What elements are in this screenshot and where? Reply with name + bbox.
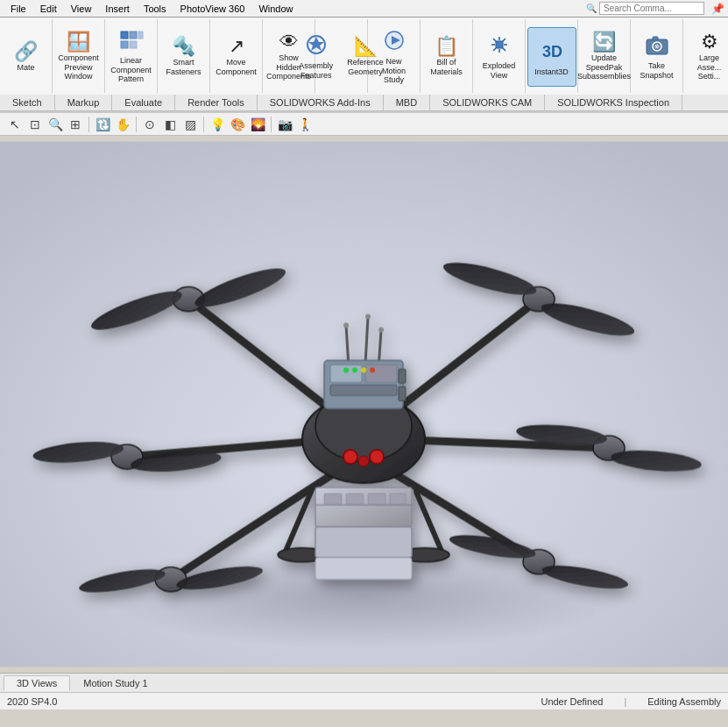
camera-tool[interactable]: 📷	[275, 115, 294, 134]
light-tool[interactable]: 💡	[208, 115, 227, 134]
menu-window[interactable]: Window	[251, 2, 300, 16]
svg-point-57	[343, 450, 357, 464]
svg-text:3D: 3D	[542, 43, 562, 60]
component-preview-button[interactable]: 🪟 ComponentPreviewWindow	[52, 27, 105, 87]
search-bar[interactable]: 🔍	[583, 2, 708, 15]
speedpak-button[interactable]: 🔄 UpdateSpeedPakSubassemblies	[573, 27, 636, 87]
select-tool[interactable]: ↖	[5, 115, 25, 134]
tab-motion-study[interactable]: Motion Study 1	[70, 675, 160, 691]
instant3d-icon: 3D	[539, 38, 565, 66]
menu-bar: File Edit View Insert Tools PhotoView 36…	[0, 0, 728, 18]
move-component-label: MoveComponent	[216, 58, 257, 77]
large-assembly-button[interactable]: ⚙ LargeAsse...Setti...	[689, 27, 729, 87]
ribbon-group-instant3d: 3D Instant3D	[526, 19, 578, 93]
menu-photoview[interactable]: PhotoView 360	[173, 2, 252, 16]
ribbon-group-snapshot: Take Snapshot	[631, 19, 683, 93]
bom-button[interactable]: 📋 Bill ofMaterials	[424, 27, 469, 87]
ribbon: 🔗 Mate 🪟 ComponentPreviewWindow	[0, 18, 728, 113]
svg-rect-81	[346, 494, 364, 505]
smart-fasteners-icon: 🔩	[172, 37, 195, 56]
bom-label: Bill ofMaterials	[430, 58, 463, 77]
drone-viewport[interactable]	[0, 136, 728, 673]
snapshot-button[interactable]: Take Snapshot	[633, 27, 679, 87]
assembly-features-button[interactable]: AssemblyFeatures	[293, 27, 339, 87]
svg-rect-9	[496, 41, 503, 48]
menu-insert[interactable]: Insert	[98, 2, 137, 16]
svg-line-15	[503, 39, 505, 41]
linear-pattern-button[interactable]: Linear ComponentPattern	[104, 27, 158, 87]
zoom-fit-tool[interactable]: ⊡	[25, 115, 45, 134]
svg-rect-74	[399, 370, 406, 384]
view-orient-tool[interactable]: ⊙	[140, 115, 159, 134]
explode-icon	[488, 33, 511, 60]
ribbon-group-large-assembly: ⚙ LargeAsse...Setti...	[683, 19, 728, 93]
zoom-area-tool[interactable]: 🔍	[46, 115, 65, 134]
ribbon-group-items-speedpak: 🔄 UpdateSpeedPakSubassemblies	[573, 23, 636, 91]
svg-line-17	[503, 48, 505, 51]
mode-text: Editing Assembly	[647, 696, 721, 707]
tab-evaluate[interactable]: Evaluate	[112, 95, 175, 110]
menu-edit[interactable]: Edit	[33, 2, 64, 16]
mate-button[interactable]: 🔗 Mate	[5, 27, 47, 87]
toolbar-row2: ↖ ⊡ 🔍 ⊞ 🔃 ✋ ⊙ ◧ ▨ 💡 🎨 🌄 📷 🚶	[0, 113, 728, 136]
tab-inspection[interactable]: SOLIDWORKS Inspection	[545, 95, 682, 110]
ribbon-group-items-instant3d: 3D Instant3D	[527, 23, 576, 91]
svg-rect-75	[399, 387, 406, 401]
tab-markup[interactable]: Markup	[55, 95, 113, 110]
svg-rect-0	[121, 32, 128, 39]
svg-point-58	[370, 450, 384, 464]
svg-rect-4	[130, 41, 137, 48]
tab-sketch[interactable]: Sketch	[0, 95, 55, 110]
linear-pattern-label: Linear ComponentPattern	[110, 56, 152, 84]
ribbon-group-mate: 🔗 Mate	[0, 19, 53, 93]
tab-render[interactable]: Render Tools	[175, 95, 258, 110]
tab-3d-views[interactable]: 3D Views	[4, 675, 70, 691]
ribbon-group-motion: NewMotionStudy	[368, 19, 421, 93]
scene-tool[interactable]: 🌄	[248, 115, 267, 134]
menu-tools[interactable]: Tools	[137, 2, 173, 16]
tab-mbd[interactable]: MBD	[384, 95, 430, 110]
display-style-tool[interactable]: ◧	[160, 115, 180, 134]
ribbon-group-bom: 📋 Bill ofMaterials	[421, 19, 473, 93]
zoom-sheet-tool[interactable]: ⊞	[66, 115, 85, 134]
ribbon-group-speedpak: 🔄 UpdateSpeedPakSubassemblies	[578, 19, 631, 93]
svg-rect-3	[121, 41, 128, 48]
tab-cam[interactable]: SOLIDWORKS CAM	[430, 95, 545, 110]
svg-point-65	[378, 328, 384, 333]
svg-rect-22	[653, 37, 658, 40]
status-sep: |	[624, 696, 626, 707]
svg-point-72	[361, 368, 366, 373]
pin-icon[interactable]: 📌	[711, 3, 724, 15]
svg-point-59	[358, 456, 369, 467]
search-input[interactable]	[599, 2, 704, 15]
ribbon-group-fasteners: 🔩 SmartFasteners	[158, 19, 210, 93]
pan-tool[interactable]: ✋	[113, 115, 132, 134]
rotate-tool[interactable]: 🔃	[93, 115, 112, 134]
svg-point-21	[654, 45, 659, 49]
tab-addins[interactable]: SOLIDWORKS Add-Ins	[258, 95, 384, 110]
explode-button[interactable]: ExplodedView	[477, 27, 522, 87]
ribbon-group-pattern: Linear ComponentPattern	[105, 19, 158, 93]
bom-icon: 📋	[435, 37, 458, 56]
viewport-area[interactable]	[0, 136, 728, 673]
ribbon-group-items-snapshot: Take Snapshot	[633, 23, 679, 91]
smart-fasteners-label: SmartFasteners	[166, 58, 201, 77]
section-view-tool[interactable]: ▨	[180, 115, 200, 134]
motion-study-button[interactable]: NewMotionStudy	[373, 27, 415, 87]
menu-file[interactable]: File	[4, 2, 33, 16]
ribbon-group-items-move: ↗ MoveComponent	[209, 23, 263, 91]
move-component-button[interactable]: ↗ MoveComponent	[209, 27, 263, 87]
svg-point-73	[370, 368, 375, 373]
component-preview-label: ComponentPreviewWindow	[58, 53, 99, 81]
motion-study-label: NewMotionStudy	[382, 57, 406, 85]
smart-fasteners-button[interactable]: 🔩 SmartFasteners	[159, 27, 207, 87]
instant3d-button[interactable]: 3D Instant3D	[527, 27, 576, 87]
menu-view[interactable]: View	[64, 2, 99, 16]
status-bar: 2020 SP4.0 Under Defined | Editing Assem…	[0, 692, 728, 709]
appearance-tool[interactable]: 🎨	[228, 115, 247, 134]
svg-rect-1	[130, 32, 137, 39]
large-assembly-label: LargeAsse...Setti...	[697, 53, 722, 81]
walkthrough-tool[interactable]: 🚶	[295, 115, 315, 134]
speedpak-label: UpdateSpeedPakSubassemblies	[577, 53, 631, 81]
component-preview-icon: 🪟	[67, 32, 90, 52]
